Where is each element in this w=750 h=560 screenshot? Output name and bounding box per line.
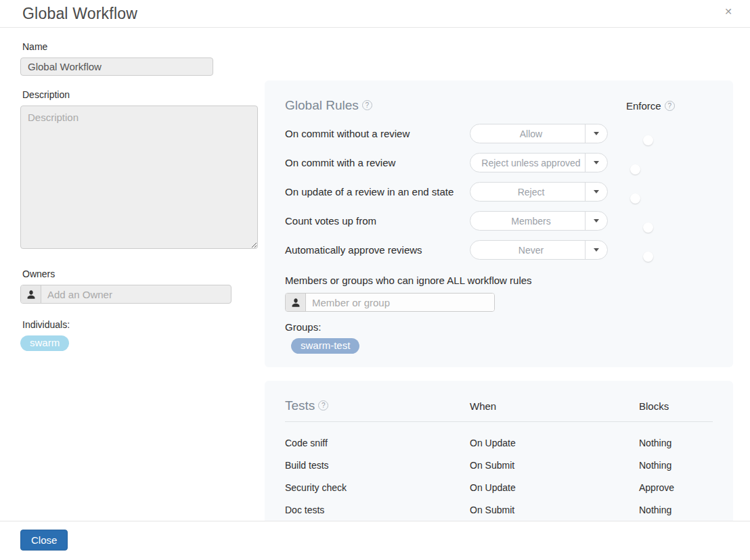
- test-when: On Update: [470, 482, 639, 493]
- user-icon: [21, 285, 41, 303]
- rule-row: Count votes up from Members: [285, 211, 713, 231]
- dialog-footer: Close: [0, 521, 750, 560]
- chevron-down-icon[interactable]: [585, 183, 607, 201]
- individuals-label: Individuals:: [22, 319, 256, 330]
- test-when: On Submit: [470, 505, 639, 515]
- dialog-title: Global Workflow: [22, 5, 733, 23]
- test-blocks: Approve: [639, 482, 713, 493]
- enforce-header: Enforce?: [608, 100, 713, 112]
- rule-row: On commit with a review Reject unless ap…: [285, 153, 713, 172]
- test-blocks: Nothing: [639, 460, 713, 471]
- global-rules-title: Global Rules?: [285, 98, 608, 113]
- test-row: Security check On Update Approve: [285, 476, 713, 498]
- help-icon[interactable]: ?: [665, 101, 675, 111]
- group-tag[interactable]: swarm-test: [291, 338, 359, 354]
- rule-select[interactable]: Members: [470, 211, 608, 231]
- tests-title: Tests?: [285, 398, 470, 413]
- owners-input-group: [20, 285, 231, 304]
- rule-select[interactable]: Allow: [470, 124, 608, 143]
- tests-header-divider: [285, 421, 713, 422]
- rule-label: Automatically approve reviews: [285, 244, 470, 256]
- rule-row: On commit without a review Allow: [285, 124, 713, 143]
- user-icon: [286, 294, 306, 311]
- rule-row: On update of a review in an end state Re…: [285, 182, 713, 202]
- rule-select[interactable]: Reject unless approved: [470, 153, 608, 172]
- workflow-panels: Global Rules? Enforce? On commit without…: [265, 28, 733, 558]
- when-column-header: When: [470, 400, 639, 412]
- groups-label: Groups:: [285, 321, 713, 333]
- name-label: Name: [22, 41, 256, 52]
- owners-label: Owners: [22, 269, 256, 279]
- member-input-group: [285, 293, 495, 312]
- dialog-header: Global Workflow ✕: [0, 0, 750, 28]
- ignore-rules-label: Members or groups who can ignore ALL wor…: [285, 275, 713, 286]
- rule-row: Automatically approve reviews Never: [285, 240, 713, 260]
- test-row: Code sniff On Update Nothing: [285, 431, 713, 454]
- rule-label: On update of a review in an end state: [285, 186, 470, 197]
- close-button[interactable]: Close: [20, 530, 68, 551]
- chevron-down-icon[interactable]: [585, 241, 607, 259]
- test-blocks: Nothing: [639, 505, 713, 515]
- owners-input[interactable]: [41, 285, 231, 303]
- description-input[interactable]: [20, 106, 258, 249]
- chevron-down-icon[interactable]: [585, 154, 607, 172]
- workflow-form: Name Description Owners Individuals: swa…: [20, 28, 265, 558]
- blocks-column-header: Blocks: [639, 400, 713, 412]
- rule-label: On commit without a review: [285, 128, 470, 139]
- chevron-down-icon[interactable]: [585, 124, 607, 143]
- description-label: Description: [22, 89, 256, 100]
- individual-tag[interactable]: swarm: [20, 335, 69, 351]
- test-row: Doc tests On Submit Nothing: [285, 498, 713, 521]
- help-icon[interactable]: ?: [362, 100, 372, 110]
- rule-select[interactable]: Reject: [470, 182, 608, 202]
- global-rules-panel: Global Rules? Enforce? On commit without…: [265, 80, 733, 367]
- member-input[interactable]: [306, 294, 494, 311]
- rule-label: Count votes up from: [285, 215, 470, 227]
- test-blocks: Nothing: [639, 438, 713, 448]
- rule-label: On commit with a review: [285, 157, 470, 168]
- help-icon[interactable]: ?: [318, 400, 328, 411]
- test-name: Security check: [285, 482, 470, 493]
- close-icon[interactable]: ✕: [724, 7, 732, 16]
- dialog-body: Name Description Owners Individuals: swa…: [0, 28, 750, 558]
- test-when: On Update: [470, 438, 639, 448]
- test-name: Build tests: [285, 460, 470, 471]
- test-when: On Submit: [470, 460, 639, 471]
- name-input[interactable]: [20, 57, 213, 76]
- rule-select[interactable]: Never: [470, 240, 608, 260]
- chevron-down-icon[interactable]: [585, 212, 607, 230]
- test-name: Doc tests: [285, 505, 470, 515]
- test-row: Build tests On Submit Nothing: [285, 454, 713, 476]
- test-name: Code sniff: [285, 438, 470, 448]
